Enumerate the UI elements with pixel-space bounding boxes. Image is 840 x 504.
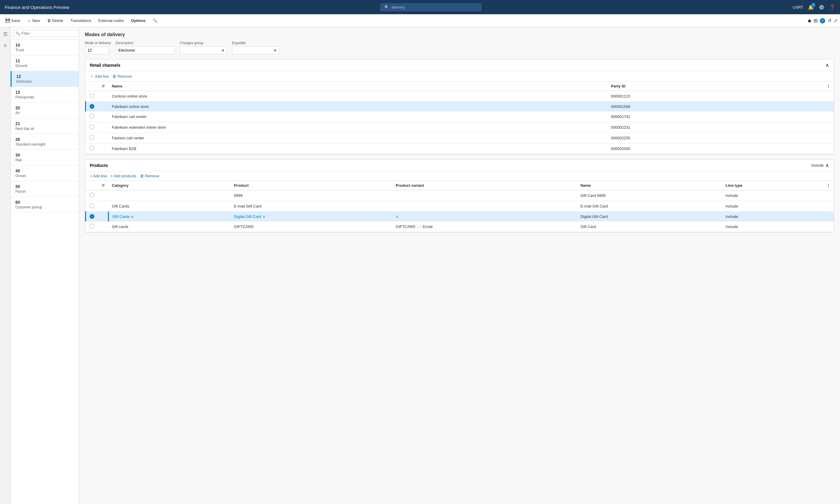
col-check: [86, 82, 98, 91]
category-dropdown[interactable]: Gift Cards ∨: [112, 214, 227, 219]
search-input[interactable]: [392, 5, 478, 10]
help-button[interactable]: ❓: [829, 4, 835, 10]
columns-icon[interactable]: ⊞: [814, 18, 818, 23]
search-toolbar-button[interactable]: 🔍: [150, 17, 160, 24]
table-row[interactable]: Fashion call center 000002255: [86, 133, 834, 144]
row-product: GIFTCARD: [231, 221, 392, 232]
description-input[interactable]: [116, 46, 175, 54]
expand-button[interactable]: ⤢: [834, 18, 838, 23]
charges-group-select[interactable]: [180, 46, 227, 54]
filter-input-wrapper[interactable]: 🔍: [13, 30, 76, 37]
table-row[interactable]: Gift Cards E-mail Gift Card E-mail Gift …: [86, 201, 834, 212]
expedite-select[interactable]: [232, 46, 280, 54]
row-more[interactable]: [823, 91, 834, 102]
retail-channels-remove-button[interactable]: 🗑 Remove: [112, 74, 132, 78]
row-variant[interactable]: ∨: [392, 212, 577, 221]
row-more[interactable]: [823, 111, 834, 122]
table-row[interactable]: Fabrikam extended online store 000002231: [86, 122, 834, 133]
top-bar-icons: 🔔 4 ⚙️ ❓: [808, 4, 835, 10]
list-item[interactable]: 50 Parcel: [11, 181, 78, 197]
table-row[interactable]: 9999 Gift Card 9999 Include: [86, 190, 834, 201]
row-line-type: Include: [722, 221, 823, 232]
list-item[interactable]: 13 Pickuporder: [11, 87, 78, 103]
products-col-variant-header: Product variant: [392, 181, 577, 190]
toolbar-right: ◆ ⊞ 0 ↺ ⤢: [808, 18, 838, 23]
list-item-label: Truck: [15, 48, 74, 52]
products-table-refresh-icon[interactable]: ↺: [102, 183, 105, 188]
retail-channels-add-line-button[interactable]: ＋ Add line: [90, 73, 109, 79]
table-row[interactable]: Fabrikam B2B 000002545: [86, 144, 834, 154]
save-button[interactable]: 💾 Save: [2, 17, 23, 24]
table-row[interactable]: Gift cards GIFTCARD GIFTCARD : : : Email…: [86, 221, 834, 232]
translations-button[interactable]: Translations: [67, 17, 94, 24]
filter-input[interactable]: [21, 31, 74, 36]
product-dropdown[interactable]: Digital Gift Card ∨: [234, 214, 389, 219]
row-check[interactable]: [86, 91, 98, 102]
list-icon-button[interactable]: ≡: [2, 41, 8, 50]
retail-channels-collapse-button[interactable]: ∧: [825, 62, 829, 68]
table-refresh-icon[interactable]: ↺: [102, 84, 105, 88]
list-item[interactable]: 40 Ocean: [11, 165, 78, 181]
radio-button[interactable]: [89, 146, 94, 150]
list-item[interactable]: 20 Air: [11, 103, 78, 118]
row-check[interactable]: [86, 212, 98, 221]
radio-button[interactable]: [89, 135, 94, 140]
list-item[interactable]: 11 Ground: [11, 55, 78, 71]
products-add-products-button[interactable]: + Add products: [110, 174, 136, 178]
row-more[interactable]: [823, 144, 834, 154]
row-check[interactable]: [86, 111, 98, 122]
table-row[interactable]: Fabrikam online store 000001568: [86, 102, 834, 111]
row-product[interactable]: Digital Gift Card ∨: [231, 212, 392, 221]
row-product: 9999: [231, 190, 392, 201]
list-item[interactable]: 60 Customer pickup: [11, 197, 78, 213]
table-row[interactable]: Fabrikam call center 000001741: [86, 111, 834, 122]
settings-button[interactable]: ⚙️: [819, 4, 825, 10]
radio-button[interactable]: [89, 224, 94, 229]
products-collapse-button[interactable]: ∧: [825, 162, 829, 168]
row-name: E-mail Gift Card: [577, 201, 722, 212]
notifications-button[interactable]: 🔔 4: [808, 4, 814, 10]
table-row[interactable]: Contoso online store 000001115: [86, 91, 834, 102]
external-codes-button[interactable]: External codes: [95, 17, 127, 24]
row-more[interactable]: [823, 133, 834, 144]
row-check[interactable]: [86, 133, 98, 144]
diamond-icon[interactable]: ◆: [808, 18, 811, 23]
row-check[interactable]: [86, 102, 98, 111]
list-item[interactable]: 12 Electronic: [11, 71, 78, 87]
delete-button[interactable]: 🗑 Delete: [44, 17, 67, 24]
radio-button[interactable]: [89, 193, 94, 197]
row-check[interactable]: [86, 122, 98, 133]
radio-button[interactable]: [89, 114, 94, 119]
row-category[interactable]: Gift Cards ∨: [108, 212, 231, 221]
products-remove-button[interactable]: 🗑 Remove: [140, 174, 159, 178]
list-item[interactable]: 10 Truck: [11, 40, 78, 55]
radio-button[interactable]: [89, 203, 94, 208]
row-more[interactable]: [823, 122, 834, 133]
variant-dropdown[interactable]: ∨: [396, 214, 573, 219]
options-button[interactable]: Options: [128, 17, 148, 24]
radio-button[interactable]: [89, 93, 94, 98]
list-item[interactable]: 30 Rail: [11, 150, 78, 165]
radio-button[interactable]: [89, 125, 94, 129]
table-row[interactable]: Gift Cards ∨ Digital Gift Card ∨ ∨ Digit…: [86, 212, 834, 221]
list-item[interactable]: 26 Standard overnight: [11, 134, 78, 150]
refresh-button[interactable]: ↺: [827, 18, 832, 23]
radio-button[interactable]: [90, 104, 94, 109]
row-refresh: [98, 122, 108, 133]
search-bar[interactable]: 🔍: [380, 3, 481, 11]
description-label: Description: [116, 41, 175, 45]
row-more[interactable]: [823, 102, 834, 111]
list-item[interactable]: 21 Next day air: [11, 118, 78, 134]
row-check[interactable]: [86, 144, 98, 154]
row-check[interactable]: [86, 221, 98, 232]
row-check[interactable]: [86, 190, 98, 201]
mode-of-delivery-input[interactable]: [85, 46, 109, 54]
filter-icon-button[interactable]: ☰: [1, 30, 9, 39]
list-item-label: Next day air: [15, 127, 74, 131]
row-category: [108, 190, 231, 201]
row-category: Gift Cards: [108, 201, 231, 212]
row-check[interactable]: [86, 201, 98, 212]
products-add-line-button[interactable]: + Add line: [90, 174, 107, 178]
radio-button[interactable]: [90, 214, 94, 219]
new-button[interactable]: ＋ New: [24, 16, 43, 25]
